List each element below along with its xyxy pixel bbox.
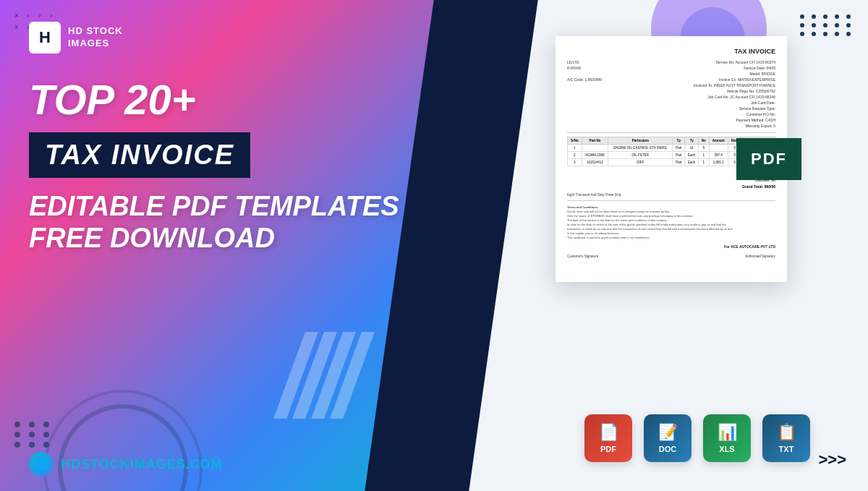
inv-grand-total: Grand Total: 860/50 xyxy=(567,184,775,190)
subtitle: EDITABLE PDF TEMPLATES FREE DOWNLOAD xyxy=(29,191,475,254)
logo-text: HD STOCK IMAGES xyxy=(68,25,123,50)
invoice-header: LE/LTD R.ROAD A/C Code: 1.8633489 Servic… xyxy=(567,59,775,129)
txt-icon: 📋 xyxy=(777,423,796,442)
inv-field-service-date: Service Date: 04/05 xyxy=(694,65,775,71)
highlight-label: TAX INVOICE xyxy=(45,140,234,170)
inv-field-accode: A/C Code: 1.8633489 xyxy=(567,77,602,82)
th-partno: Part No xyxy=(582,137,608,145)
logo-line1: HD STOCK xyxy=(68,25,123,38)
inv-field-job-card-no: Job Card No: JC Account CFI 1415-88246 xyxy=(694,94,775,100)
pdf-badge: PDF xyxy=(736,138,801,180)
top-badge: TOP 20+ xyxy=(29,75,475,124)
right-content: TAX INVOICE LE/LTD R.ROAD A/C Code: 1.86… xyxy=(489,14,854,432)
th-particulars: Particulars xyxy=(608,137,673,145)
inv-field-invoiced-to: Invoiced To: INNER AUST TRANSPORT FINANC… xyxy=(694,82,775,88)
pdf-label: PDF xyxy=(600,445,616,453)
invoice-left-col: LE/LTD R.ROAD A/C Code: 1.8633489 xyxy=(567,59,602,129)
website-url: HDSTOCKIMAGES.COM xyxy=(61,457,223,472)
file-icon-pdf[interactable]: 📄 PDF xyxy=(584,414,632,462)
left-content: H HD STOCK IMAGES TOP 20+ TAX INVOICE ED… xyxy=(0,0,503,491)
th-amount1: Amount xyxy=(709,137,728,145)
invoice-footer: Customer's Signature Authorised Signator… xyxy=(567,255,775,258)
globe-icon: 🌐 xyxy=(29,452,54,477)
inv-field-service-no: Service No: Account CFI 1415-80374 xyxy=(694,59,775,65)
arrow-chevrons: >>> xyxy=(818,451,846,469)
file-icon-xls[interactable]: 📊 XLS xyxy=(703,414,751,462)
txt-label: TXT xyxy=(779,445,794,453)
file-icon-doc[interactable]: 📝 DOC xyxy=(644,414,692,462)
invoice-right-col: Service No: Account CFI 1415-80374 Servi… xyxy=(694,59,775,129)
terms-line-7: This certificate is stored in good condi… xyxy=(567,236,775,240)
file-icon-txt[interactable]: 📋 TXT xyxy=(762,414,810,462)
inv-field-warranty: Warranty Export: 0 xyxy=(694,123,775,129)
inv-field-service-request: Service Request Type: xyxy=(694,106,775,111)
doc-icon: 📝 xyxy=(658,423,678,442)
amount-in-words: Eight Thousand And Sixty Three Only xyxy=(567,193,775,197)
th-tp: Tp xyxy=(673,137,685,145)
invoice-terms: Terms and Conditions: Goods once sold wi… xyxy=(567,205,775,240)
company-name: For ACE AUTOCARE PVT LTD xyxy=(567,244,775,249)
inv-field-customer-po: Customer P.O No: xyxy=(694,111,775,117)
logo-box: H xyxy=(29,22,61,54)
tax-invoice-highlight: TAX INVOICE xyxy=(29,132,250,178)
file-formats: 📄 PDF 📝 DOC 📊 XLS 📋 TXT xyxy=(584,414,810,462)
inv-field-model: Model: BRIDGE xyxy=(694,71,775,77)
invoice-title: TAX INVOICE xyxy=(567,48,775,55)
invoice-divider-1 xyxy=(567,132,775,133)
inv-field-rroad: R.ROAD xyxy=(567,65,602,71)
logo-line2: IMAGES xyxy=(68,38,123,50)
inv-field-vehicle-rego: Vehicle Rego No: C3550/0702 xyxy=(694,88,775,94)
invoice-preview: TAX INVOICE LE/LTD R.ROAD A/C Code: 1.86… xyxy=(556,36,787,282)
logo-area: H HD STOCK IMAGES xyxy=(29,22,475,54)
invoice-divider-2 xyxy=(567,200,775,201)
inv-field-job-card-date: Job Card Date: xyxy=(694,100,775,106)
subtitle-line1: EDITABLE PDF TEMPLATES xyxy=(29,191,475,223)
authorised-signatory: Authorised Signatory xyxy=(745,255,775,258)
doc-label: DOC xyxy=(659,445,676,453)
subtitle-line2: FREE DOWNLOAD xyxy=(29,223,475,255)
th-no: No xyxy=(699,137,709,145)
customer-signature: Customer's Signature xyxy=(567,255,598,258)
logo-letter: H xyxy=(39,28,51,47)
pdf-icon: 📄 xyxy=(599,423,618,442)
inv-field-payment: Payment Method: CASH xyxy=(694,117,775,123)
website-area: 🌐 HDSTOCKIMAGES.COM xyxy=(29,452,223,477)
inv-field-invoice-co: Invoice Co: MATRIX/ENTERPRISE xyxy=(694,77,775,82)
deco-arrows-right: >>> xyxy=(818,451,846,469)
th-srno: SrNo xyxy=(568,137,582,145)
th-ty: Ty xyxy=(685,137,699,145)
xls-icon: 📊 xyxy=(718,423,737,442)
inv-field-le-ltd: LE/LTD xyxy=(567,59,602,65)
xls-label: XLS xyxy=(719,445,734,453)
